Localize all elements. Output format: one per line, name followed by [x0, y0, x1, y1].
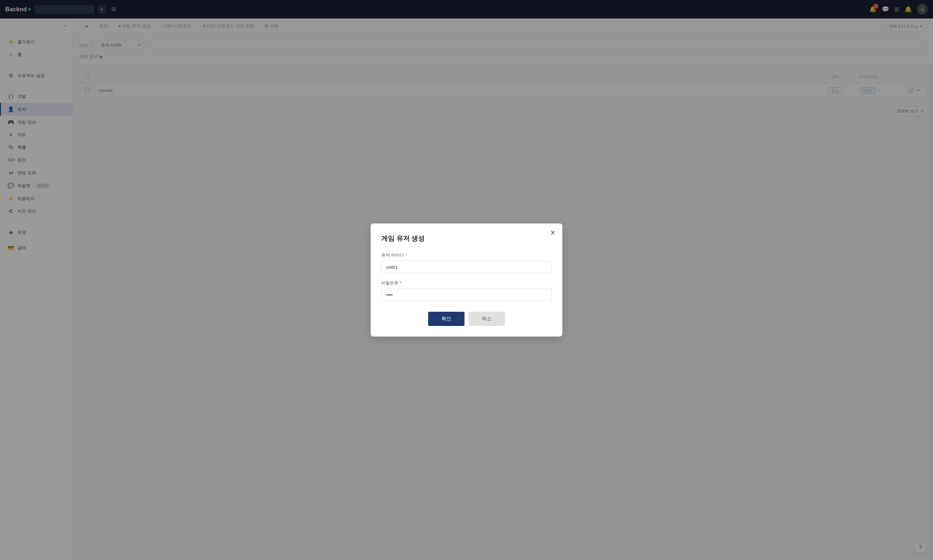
user-id-required: *: [405, 253, 407, 258]
create-game-user-modal: ✕ 게임 유저 생성 유저 아이디 * 비밀번호 * 확인 취소: [371, 223, 562, 337]
password-required: *: [400, 281, 401, 286]
confirm-button[interactable]: 확인: [428, 312, 465, 326]
user-id-input[interactable]: [381, 261, 552, 273]
password-field: 비밀번호 *: [381, 280, 552, 301]
user-id-label: 유저 아이디 *: [381, 252, 552, 258]
user-id-field: 유저 아이디 *: [381, 252, 552, 273]
password-input[interactable]: [381, 289, 552, 301]
modal-overlay: ✕ 게임 유저 생성 유저 아이디 * 비밀번호 * 확인 취소: [0, 0, 933, 560]
modal-close-button[interactable]: ✕: [550, 229, 556, 237]
modal-actions: 확인 취소: [381, 312, 552, 326]
modal-title: 게임 유저 생성: [381, 234, 552, 243]
cancel-button[interactable]: 취소: [468, 312, 505, 326]
password-label: 비밀번호 *: [381, 280, 552, 286]
